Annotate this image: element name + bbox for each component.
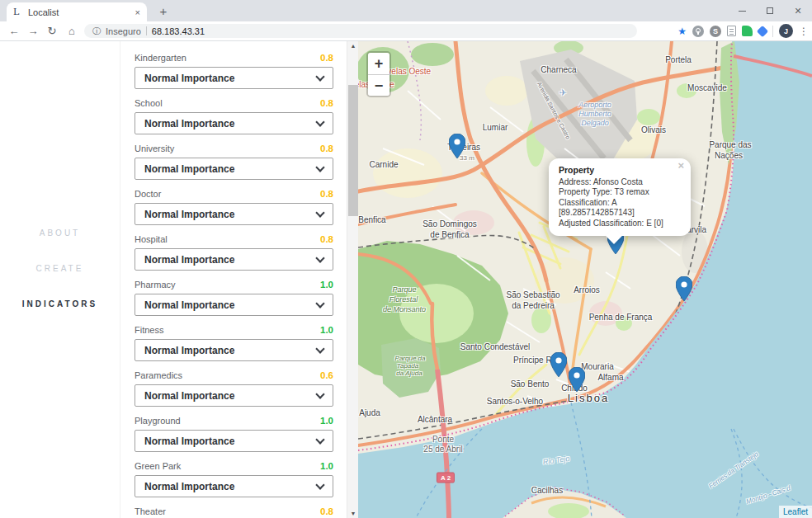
browser-menu-icon[interactable]: ⋮ (799, 26, 809, 37)
sidebar-item-create[interactable]: CREATE (0, 264, 120, 273)
indicator-row: Theater0.8Normal Importance (135, 506, 333, 518)
address-bar[interactable]: ⓘ Inseguro 68.183.43.31 (84, 24, 637, 38)
indicator-label: Paramedics (135, 370, 182, 380)
map[interactable]: Odivelas Oesteivelas OesteCharnecaPortel… (358, 41, 812, 518)
importance-value: Normal Importance (144, 436, 234, 447)
map-label: Arroios (574, 285, 600, 294)
map-label: Humberto (578, 110, 611, 118)
importance-select[interactable]: Normal Importance (135, 384, 333, 407)
reload-icon[interactable]: ↻ (43, 21, 61, 40)
chevron-down-icon (315, 72, 324, 81)
site-favicon-icon: L (13, 7, 25, 17)
extension-document-icon[interactable] (727, 26, 736, 36)
chevron-down-icon (315, 389, 324, 398)
map-label: Ponte (432, 435, 454, 444)
importance-value: Normal Importance (144, 73, 234, 84)
importance-select[interactable]: Normal Importance (135, 67, 333, 89)
maximize-button[interactable] (756, 0, 784, 21)
map-label: Penha de França (589, 313, 653, 322)
scroll-down-icon[interactable]: ▼ (347, 511, 359, 516)
back-icon[interactable]: ← (5, 21, 23, 40)
indicator-row: Kindergarten0.8Normal Importance (135, 53, 333, 89)
extension-s-icon[interactable]: S (710, 26, 721, 37)
map-label: Benfica (358, 215, 385, 224)
importance-value: Normal Importance (144, 390, 234, 402)
map-label: Santos-o-Velho (487, 397, 543, 406)
home-icon[interactable]: ⌂ (63, 21, 81, 40)
chevron-down-icon (315, 435, 324, 444)
indicator-row: Hospital0.8Normal Importance (135, 234, 333, 271)
importance-select[interactable]: Normal Importance (135, 475, 333, 497)
map-label: Nações (715, 151, 743, 160)
importance-select[interactable]: Normal Importance (135, 158, 333, 180)
map-marker-pin[interactable] (550, 352, 567, 377)
window-controls: ✕ (728, 0, 812, 21)
map-label: São Domingos (423, 219, 477, 228)
indicator-score: 0.8 (320, 144, 333, 153)
minimize-button[interactable] (728, 0, 756, 21)
panel-scrollbar[interactable]: ▲ ▼ (347, 41, 358, 518)
page-info-icon[interactable]: ⓘ (92, 26, 101, 37)
scrollbar-thumb[interactable] (348, 85, 358, 216)
extension-key-icon[interactable] (692, 26, 704, 37)
importance-select[interactable]: Normal Importance (135, 339, 333, 361)
indicator-label: Green Park (135, 461, 181, 471)
url-text[interactable]: 68.183.43.31 (152, 26, 205, 36)
map-label: ✈ (559, 87, 566, 98)
chevron-down-icon (315, 117, 324, 126)
popup-close-icon[interactable]: × (677, 161, 684, 172)
map-label: de Benfica (430, 230, 469, 239)
importance-select[interactable]: Normal Importance (135, 430, 333, 452)
browser-tab[interactable]: L Localist × (7, 2, 147, 21)
map-label: Portela (665, 55, 692, 64)
importance-select[interactable]: Normal Importance (135, 112, 333, 134)
extension-green-icon[interactable] (742, 26, 753, 36)
map-label: Parque das (709, 140, 751, 149)
indicator-row: Doctor0.8Normal Importance (135, 189, 333, 225)
profile-avatar[interactable]: J (779, 24, 793, 38)
map-label: Alfama (597, 373, 623, 382)
map-label: Florestal (389, 295, 418, 304)
indicator-score: 0.8 (320, 189, 333, 199)
indicators-panel: Kindergarten0.8Normal ImportanceSchool0.… (121, 41, 347, 518)
popup-title: Property (559, 165, 681, 176)
map-label: Ajuda (359, 408, 380, 417)
indicator-label: Playground (135, 416, 181, 426)
popup-line: Property Type: T3 remax (559, 187, 681, 198)
importance-select[interactable]: Normal Importance (135, 294, 333, 316)
extension-blue-icon[interactable] (757, 25, 768, 36)
page-content: ABOUTCREATEINDICATORS Kindergarten0.8Nor… (0, 41, 812, 518)
importance-value: Normal Importance (144, 481, 234, 492)
tab-close-icon[interactable]: × (135, 7, 140, 17)
map-label: Tapada (397, 362, 418, 370)
map-marker-pin[interactable] (569, 367, 585, 392)
map-marker-pin[interactable] (449, 134, 465, 158)
scroll-up-icon[interactable]: ▲ (347, 43, 359, 49)
close-button[interactable]: ✕ (784, 0, 812, 21)
zoom-out-button[interactable]: − (368, 74, 389, 96)
zoom-in-button[interactable]: + (368, 53, 389, 74)
chevron-down-icon (315, 344, 324, 353)
map-label: São Sebastião (506, 290, 559, 299)
sidebar-item-indicators[interactable]: INDICATORS (0, 299, 120, 308)
importance-select[interactable]: Normal Importance (135, 248, 333, 271)
new-tab-button[interactable]: + (153, 3, 173, 20)
sidebar-item-about[interactable]: ABOUT (0, 228, 120, 238)
map-marker-pin[interactable] (676, 276, 692, 301)
leaflet-attribution[interactable]: Leaflet (779, 506, 812, 518)
chevron-down-icon (315, 253, 324, 262)
map-label: Cacilhas (531, 486, 563, 495)
popup-line: Address: Afonso Costa (559, 177, 681, 188)
chevron-down-icon (315, 480, 324, 489)
chevron-down-icon (315, 162, 324, 172)
map-label: Parque (392, 285, 416, 294)
map-label: Lisboa (568, 392, 609, 404)
bookmark-star-icon[interactable]: ★ (677, 26, 687, 37)
property-popup: Property Address: Afonso CostaProperty T… (549, 158, 691, 236)
forward-icon[interactable]: → (24, 21, 42, 40)
browser-window: L Localist × + ✕ ← → ↻ ⌂ ⓘ Inseguro 68.1… (0, 0, 812, 518)
importance-select[interactable]: Normal Importance (135, 203, 333, 225)
map-label: Mouraria (581, 362, 613, 371)
toolbar-right-icons: ★ S J ⋮ (677, 21, 809, 40)
map-label: Moscavide (687, 83, 727, 92)
